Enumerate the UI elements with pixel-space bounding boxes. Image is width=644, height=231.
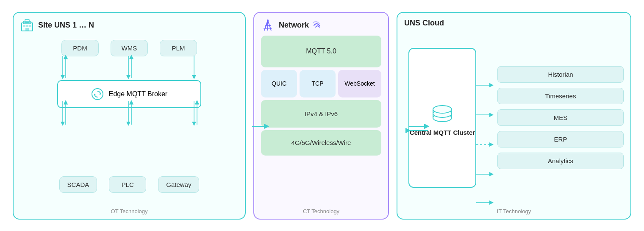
historian-box: Historian (497, 66, 624, 83)
site-panel-title: Site UNS 1 … N (38, 21, 94, 30)
cloud-subtitle: IT Technology (404, 205, 624, 214)
quic-block: QUIC (261, 70, 297, 97)
cluster-icon (430, 99, 455, 124)
site-title-row: Site UNS 1 … N (20, 19, 238, 32)
mes-box: MES (497, 109, 624, 126)
network-content: MQTT 5.0 QUIC TCP WebSocket IPv4 & IPv6 (261, 36, 381, 205)
wms-box: WMS (111, 40, 148, 56)
building-icon (20, 19, 34, 32)
mqtt-sync-icon (91, 88, 104, 100)
it-services: Historian Timeseries MES ERP Analytics (485, 66, 624, 169)
scada-box: SCADA (59, 176, 97, 193)
site-panel: Site UNS 1 … N PDM WMS PLM Edge M (13, 12, 246, 220)
cloud-panel: UNS Cloud Central MQTT Cluster (397, 12, 631, 220)
tower-icon (261, 19, 275, 32)
central-cluster-box: Central MQTT Cluster (408, 48, 476, 188)
cluster-label: Central MQTT Cluster (410, 128, 475, 137)
cloud-content: Central MQTT Cluster (404, 31, 624, 205)
network-subtitle: CT Technology (261, 205, 381, 214)
plc-box: PLC (109, 176, 146, 193)
wifi-icon (313, 21, 326, 30)
cloud-panel-title: UNS Cloud (404, 19, 444, 28)
site-subtitle: OT Technology (20, 205, 238, 214)
svg-rect-3 (23, 25, 25, 27)
edge-mqtt-broker-box: Edge MQTT Broker (57, 80, 201, 108)
network-panel-title: Network (279, 21, 309, 30)
erp-box: ERP (497, 131, 624, 148)
websocket-block: WebSocket (338, 70, 381, 97)
cloud-title-row: UNS Cloud (404, 19, 624, 28)
plm-box: PLM (160, 40, 197, 56)
tcp-block: TCP (300, 70, 336, 97)
svg-rect-6 (25, 28, 29, 31)
network-title-row: Network (261, 19, 381, 32)
svg-rect-4 (26, 25, 28, 27)
svg-point-29 (433, 106, 452, 113)
analytics-box: Analytics (497, 153, 624, 169)
protocols-row: QUIC TCP WebSocket (261, 70, 381, 97)
mqtt5-block: MQTT 5.0 (261, 36, 381, 67)
pdm-box: PDM (61, 40, 99, 56)
4g5g-block: 4G/5G/Wireless/Wire (261, 130, 381, 156)
broker-label: Edge MQTT Broker (109, 90, 167, 98)
timeseries-box: Timeseries (497, 88, 624, 104)
svg-point-26 (267, 19, 269, 21)
svg-rect-5 (29, 25, 31, 27)
diagram: Site UNS 1 … N PDM WMS PLM Edge M (8, 8, 636, 224)
svg-rect-2 (25, 19, 29, 22)
network-panel: Network MQTT 5.0 QUIC TCP (253, 12, 389, 220)
gateway-box: Gateway (158, 176, 199, 193)
svg-point-7 (92, 89, 103, 100)
ipv4ipv6-block: IPv4 & IPv6 (261, 100, 381, 128)
